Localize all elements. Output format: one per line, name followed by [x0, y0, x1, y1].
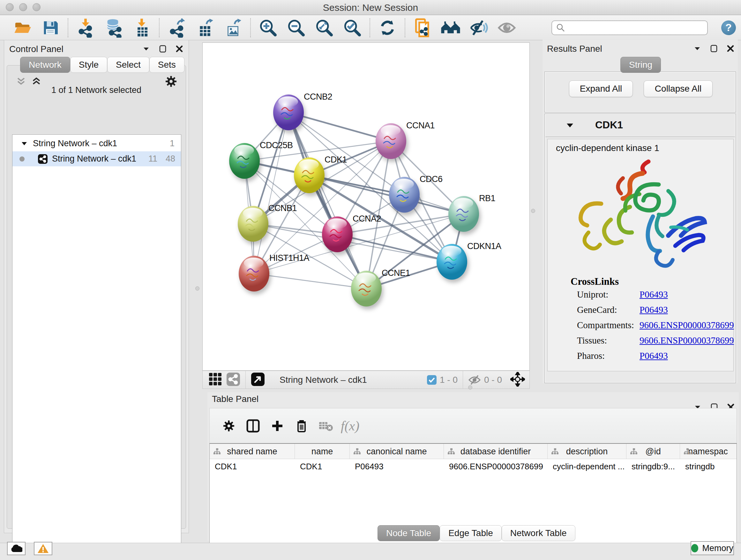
network-node-CCNB2[interactable] [273, 95, 304, 130]
collapse-all-button[interactable]: Collapse All [644, 80, 713, 97]
tab-string-results[interactable]: String [620, 57, 661, 73]
protein-thumbnail-icon [234, 151, 255, 171]
splitter-handle[interactable] [468, 385, 472, 389]
results-actions-box: Expand All Collapse All [544, 71, 736, 112]
network-row[interactable]: String Network – cdk1 11 48 [12, 151, 181, 166]
zoom-in-icon[interactable] [254, 17, 282, 38]
import-table-file-icon[interactable] [128, 17, 156, 38]
toolbar-separator [68, 18, 68, 37]
zoom-fit-icon[interactable] [310, 17, 338, 38]
refresh-view-icon[interactable] [374, 17, 401, 38]
network-view-toolbar: String Network – cdk1 1 - 0 0 - 0 [202, 371, 530, 389]
selected-items-checkbox[interactable] [427, 375, 436, 385]
grid-view-icon[interactable] [208, 372, 222, 388]
search-input[interactable] [565, 23, 699, 33]
splitter-handle[interactable] [195, 287, 199, 291]
memory-button[interactable]: Memory [690, 541, 734, 555]
table-row[interactable]: CDK1 CDK1 P06493 9606.ENSP00000378699 cy… [210, 459, 737, 474]
table-settings-gear-icon[interactable] [217, 417, 241, 435]
network-node-CCNB1[interactable] [238, 206, 268, 242]
clear-table-icon[interactable] [314, 417, 338, 435]
automation-cloud-button[interactable] [7, 542, 25, 555]
network-options-gear-icon[interactable] [165, 75, 178, 89]
collapse-gene-icon[interactable] [566, 123, 574, 128]
column-header[interactable]: @id [626, 444, 680, 459]
birds-eye-view-icon[interactable] [251, 372, 265, 388]
network-node-label: CDC6 [420, 174, 443, 184]
zoom-out-icon[interactable] [282, 17, 310, 38]
tab-style[interactable]: Style [70, 57, 107, 73]
clone-network-icon[interactable] [408, 17, 436, 38]
column-header[interactable]: canonical name [350, 444, 444, 459]
tab-select[interactable]: Select [107, 57, 149, 73]
float-panel-icon[interactable] [158, 45, 167, 53]
table-toolbar: f(x) [209, 408, 737, 444]
network-edge[interactable] [254, 273, 366, 289]
show-all-icon[interactable] [493, 17, 521, 38]
network-column-icon [551, 448, 559, 457]
warnings-button[interactable] [34, 542, 52, 555]
export-image-icon[interactable] [219, 17, 247, 38]
open-session-icon[interactable] [8, 17, 37, 38]
float-panel-icon[interactable] [710, 44, 718, 53]
close-panel-icon[interactable] [175, 45, 184, 53]
tab-network[interactable]: Network [20, 57, 70, 73]
network-tab-content: 1 of 1 Network selected String Network –… [7, 65, 186, 529]
column-header[interactable]: shared name [210, 444, 295, 459]
panel-menu-icon[interactable] [693, 44, 701, 53]
crosslink-link[interactable]: 9606.ENSP00000378699 [639, 335, 734, 346]
delete-column-icon[interactable] [289, 417, 314, 435]
tab-sets[interactable]: Sets [149, 57, 185, 73]
crosslink-link[interactable]: P06493 [639, 351, 668, 361]
panel-menu-icon[interactable] [142, 45, 150, 53]
hidden-items-eye-icon [468, 375, 481, 385]
crosslink-link[interactable]: P06493 [639, 305, 668, 315]
tab-edge-table[interactable]: Edge Table [440, 525, 502, 541]
network-node-CDC25B[interactable] [229, 143, 260, 179]
network-node-CDC6[interactable] [389, 177, 420, 212]
column-header[interactable]: namespac [680, 444, 736, 459]
column-header[interactable]: database identifier [444, 444, 548, 459]
help-icon[interactable]: ? [721, 20, 736, 35]
tab-network-table[interactable]: Network Table [502, 525, 576, 541]
crosslinks-title: CrossLinks [570, 276, 619, 287]
first-neighbors-icon[interactable] [436, 17, 465, 38]
import-network-file-icon[interactable] [71, 17, 99, 38]
search-box[interactable] [551, 20, 708, 35]
network-edge[interactable] [254, 112, 288, 273]
close-panel-icon[interactable] [726, 44, 735, 53]
hide-selected-icon[interactable] [465, 17, 493, 38]
network-node-CDKN1A[interactable] [436, 244, 467, 280]
network-node-CCNE1[interactable] [351, 271, 382, 307]
network-view-mode-icon[interactable] [226, 372, 240, 388]
network-node-RB1[interactable] [448, 196, 479, 232]
protein-thumbnail-icon [278, 102, 299, 122]
column-header[interactable]: description [548, 444, 626, 459]
crosslink-label: Pharos: [577, 351, 605, 361]
create-column-icon[interactable] [265, 417, 289, 435]
export-network-icon[interactable] [163, 17, 191, 38]
network-node-CCNA2[interactable] [322, 216, 353, 252]
crosslink-link[interactable]: 9606.ENSP00000378699 [639, 320, 734, 330]
gene-header[interactable]: CDK1 [545, 115, 735, 137]
warning-icon [37, 543, 49, 554]
results-panel-title: Results Panel [547, 44, 602, 54]
show-columns-icon[interactable] [241, 417, 265, 435]
save-session-icon[interactable] [37, 17, 64, 38]
function-builder-icon[interactable]: f(x) [338, 417, 362, 435]
network-collection-row[interactable]: String Network – cdk1 1 [12, 136, 181, 151]
crosslink-link[interactable]: P06493 [639, 289, 668, 300]
import-network-database-icon[interactable] [99, 17, 128, 38]
network-view-canvas[interactable]: CCNB2CCNA1CDC25BCDK1CDC6RB1CCNB1CCNA2CDK… [202, 43, 530, 371]
network-column-icon [353, 448, 361, 457]
network-node-HIST1H1A[interactable] [239, 256, 269, 292]
network-node-CDK1[interactable] [294, 158, 325, 193]
splitter-handle[interactable] [531, 209, 535, 213]
tab-node-table[interactable]: Node Table [378, 525, 440, 541]
zoom-selected-icon[interactable] [338, 17, 366, 38]
expand-all-button[interactable]: Expand All [569, 80, 633, 97]
network-node-CCNA1[interactable] [376, 123, 406, 159]
column-header[interactable]: name [295, 444, 350, 459]
export-table-icon[interactable] [191, 17, 219, 38]
pan-network-icon[interactable] [510, 372, 525, 388]
